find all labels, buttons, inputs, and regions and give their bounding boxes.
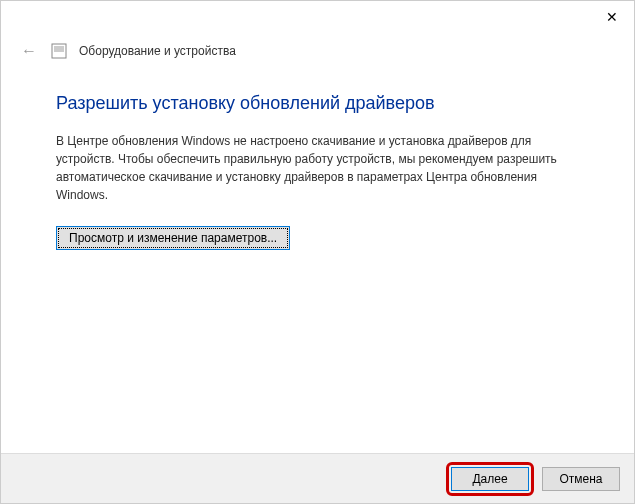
back-arrow-icon: ← <box>21 42 37 60</box>
titlebar: ✕ <box>1 1 634 33</box>
description-text: В Центре обновления Windows не настроено… <box>56 132 579 204</box>
next-button[interactable]: Далее <box>451 467 529 491</box>
svg-rect-1 <box>54 46 64 52</box>
view-change-settings-button[interactable]: Просмотр и изменение параметров... <box>56 226 290 250</box>
close-button[interactable]: ✕ <box>602 7 622 27</box>
cancel-button[interactable]: Отмена <box>542 467 620 491</box>
troubleshooter-icon <box>51 43 67 59</box>
close-icon: ✕ <box>606 9 618 25</box>
back-button[interactable]: ← <box>19 41 39 61</box>
next-button-highlight: Далее <box>446 462 534 496</box>
header-row: ← Оборудование и устройства <box>1 33 634 69</box>
troubleshooter-window: ✕ ← Оборудование и устройства Разрешить … <box>0 0 635 504</box>
page-heading: Разрешить установку обновлений драйверов <box>56 93 579 114</box>
footer-bar: Далее Отмена <box>1 453 634 503</box>
content-area: Разрешить установку обновлений драйверов… <box>1 69 634 453</box>
header-title: Оборудование и устройства <box>79 44 236 58</box>
